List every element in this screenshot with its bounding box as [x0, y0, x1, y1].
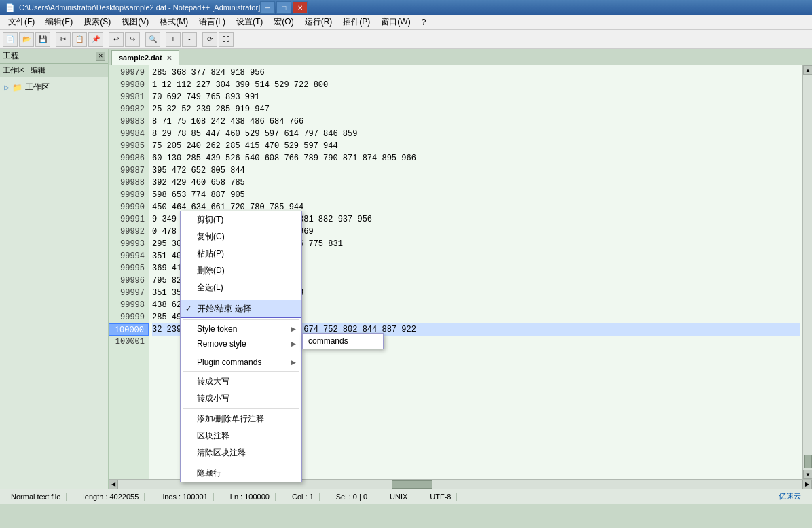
context-menu-separator — [183, 319, 299, 320]
context-menu-item-label: 区块注释 — [197, 430, 229, 442]
menu-item[interactable]: 插件(P) — [337, 15, 375, 29]
toolbar-paste[interactable]: 📌 — [88, 32, 103, 47]
menu-item[interactable]: 搜索(S) — [78, 15, 116, 29]
menu-item[interactable]: 宏(O) — [268, 15, 299, 29]
line-number: 99997 — [109, 287, 149, 299]
menu-item[interactable]: 窗口(W) — [375, 15, 416, 29]
context-menu-item[interactable]: 全选(L) — [181, 279, 301, 296]
status-lines: lines : 100001 — [155, 493, 214, 501]
context-menu-separator — [183, 298, 299, 298]
scroll-up-btn[interactable]: ▲ — [803, 65, 812, 75]
tree-folder-icon: 📁 — [12, 83, 22, 92]
code-line: 70 692 749 765 893 991 — [152, 91, 800, 103]
line-number: 99982 — [109, 103, 149, 116]
tree-root-item[interactable]: ▷ 📁 工作区 — [3, 80, 105, 94]
menubar: 文件(F)编辑(E)搜索(S)视图(V)格式(M)语言(L)设置(T)宏(O)运… — [0, 15, 812, 30]
scroll-thumb[interactable] — [804, 455, 812, 468]
toolbar-copy[interactable]: 📋 — [72, 32, 87, 47]
menu-item[interactable]: 视图(V) — [116, 15, 154, 29]
menu-item[interactable]: 格式(M) — [154, 15, 193, 29]
context-menu-item[interactable]: 转成小写 — [181, 390, 301, 407]
menu-item[interactable]: 运行(R) — [299, 15, 338, 29]
sidebar: 工程 ✕ 工作区 编辑 ▷ 📁 工作区 — [0, 49, 109, 489]
status-col: Col : 1 — [287, 493, 320, 501]
context-menu-item[interactable]: Style token — [181, 321, 301, 336]
context-menu-item[interactable]: Plugin commands — [181, 355, 301, 370]
context-menu-item-label: 删除(D) — [197, 265, 225, 277]
sidebar-project-label: 工程 — [3, 50, 19, 62]
scroll-h-thumb[interactable] — [392, 480, 432, 489]
menu-item[interactable]: 文件(F) — [3, 15, 40, 29]
toolbar-open[interactable]: 📂 — [19, 32, 34, 47]
scroll-right-btn[interactable]: ▶ — [802, 480, 812, 489]
context-menu-item[interactable]: 区块注释 — [181, 427, 301, 444]
context-menu-item[interactable]: ✓开始/结束 选择 — [181, 300, 301, 318]
scroll-track[interactable] — [803, 75, 812, 470]
context-menu-separator — [183, 463, 299, 463]
close-button[interactable]: ✕ — [293, 1, 308, 14]
line-number: 99996 — [109, 275, 149, 287]
submenu-commands[interactable]: commands — [303, 334, 383, 349]
status-mode: Normal text file — [5, 493, 67, 501]
toolbar-find[interactable]: 🔍 — [145, 32, 160, 47]
code-line: 75 205 240 262 285 415 470 529 597 944 — [152, 140, 800, 152]
context-menu-item[interactable]: 粘贴(P) — [181, 245, 301, 262]
maximize-button[interactable]: □ — [276, 1, 291, 14]
tab-close-btn[interactable]: ✕ — [166, 54, 172, 62]
toolbar-fullscreen[interactable]: ⛶ — [219, 32, 234, 47]
line-number: 99992 — [109, 226, 149, 238]
menu-item[interactable]: 语言(L) — [193, 15, 231, 29]
toolbar-new[interactable]: 📄 — [3, 32, 18, 47]
code-line: 392 429 460 658 785 — [152, 177, 800, 189]
line-number: 99983 — [109, 116, 149, 128]
toolbar-redo[interactable]: ↪ — [125, 32, 140, 47]
sidebar-close-btn[interactable]: ✕ — [96, 52, 105, 61]
sidebar-controls: ✕ — [96, 52, 105, 61]
context-menu-item-label: 全选(L) — [197, 282, 223, 294]
context-menu-item[interactable]: 复制(C) — [181, 228, 301, 245]
code-line: 395 472 652 805 844 — [152, 164, 800, 177]
toolbar-save[interactable]: 💾 — [35, 32, 50, 47]
toolbar-zoom-out[interactable]: - — [182, 32, 197, 47]
status-charset: UTF-8 — [424, 493, 457, 501]
tree-expand-icon: ▷ — [4, 84, 10, 91]
context-menu-item[interactable]: Remove style — [181, 336, 301, 351]
context-menu-item[interactable]: 添加/删除单行注释 — [181, 410, 301, 427]
toolbar-sync[interactable]: ⟳ — [202, 32, 217, 47]
context-menu-item[interactable]: 删除(D) — [181, 262, 301, 279]
minimize-button[interactable]: ─ — [260, 1, 275, 14]
sidebar-workspace-link[interactable]: 工作区 — [3, 65, 25, 75]
context-menu-separator — [183, 408, 299, 409]
context-menu-item-label: 转成大写 — [197, 376, 229, 387]
context-menu-item[interactable]: 剪切(T) — [181, 211, 301, 228]
vertical-scrollbar[interactable]: ▲ ▼ — [802, 65, 812, 479]
context-menu-item[interactable]: 清除区块注释 — [181, 444, 301, 461]
code-line: 25 32 52 239 285 919 947 — [152, 103, 800, 116]
line-number: 99984 — [109, 128, 149, 140]
main-layout: 工程 ✕ 工作区 编辑 ▷ 📁 工作区 sample2.dat ✕ — [0, 49, 812, 489]
scroll-down-btn[interactable]: ▼ — [803, 470, 812, 479]
tree-root-label[interactable]: 工作区 — [25, 82, 50, 93]
line-number: 99990 — [109, 201, 149, 213]
line-number: 99994 — [109, 250, 149, 262]
line-number: 99980 — [109, 79, 149, 91]
toolbar-undo[interactable]: ↩ — [109, 32, 124, 47]
context-menu-item[interactable]: 隐藏行 — [181, 465, 301, 482]
scroll-left-btn[interactable]: ◀ — [109, 480, 118, 489]
tab-bar: sample2.dat ✕ — [109, 49, 812, 65]
tab-sample2[interactable]: sample2.dat ✕ — [111, 50, 179, 65]
code-line: 8 71 75 108 242 438 486 684 766 — [152, 116, 800, 128]
tab-label: sample2.dat — [119, 54, 162, 62]
context-menu-item-label: 开始/结束 选择 — [198, 303, 251, 315]
menu-item[interactable]: 编辑(E) — [40, 15, 78, 29]
menu-item[interactable]: ? — [416, 16, 432, 29]
toolbar-zoom-in[interactable]: + — [166, 32, 181, 47]
context-menu-item[interactable]: 转成大写 — [181, 373, 301, 390]
menu-item[interactable]: 设置(T) — [231, 15, 268, 29]
toolbar-cut[interactable]: ✂ — [56, 32, 71, 47]
statusbar: Normal text file length : 4022055 lines … — [0, 489, 812, 504]
sidebar-edit-link[interactable]: 编辑 — [31, 65, 45, 75]
line-number: 100000 — [109, 323, 149, 336]
context-menu-separator — [183, 353, 299, 353]
context-menu-item-label: 转成小写 — [197, 393, 229, 404]
